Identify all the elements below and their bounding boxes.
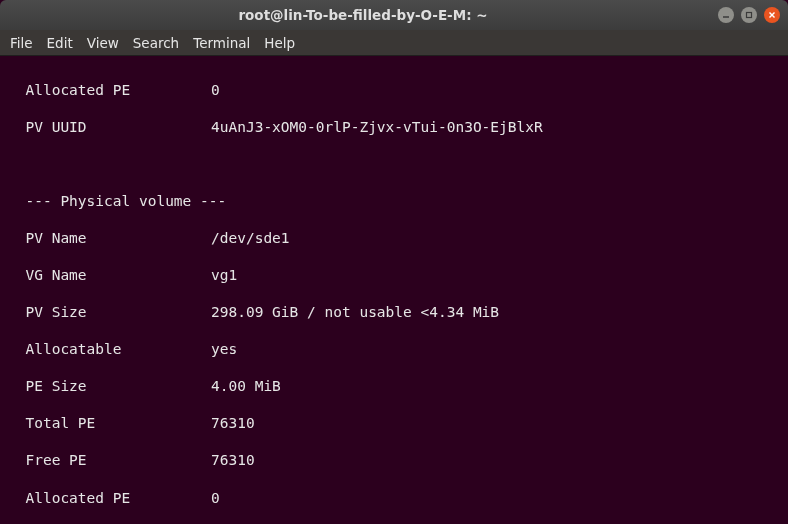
output-line: --- Physical volume --- — [8, 192, 780, 211]
output-line — [8, 155, 780, 174]
output-line: Free PE76310 — [8, 451, 780, 470]
menu-file[interactable]: File — [10, 35, 33, 51]
terminal-viewport[interactable]: Allocated PE0 PV UUID4uAnJ3-xOM0-0rlP-Zj… — [0, 56, 788, 524]
minimize-button[interactable] — [718, 7, 734, 23]
output-line: PE Size4.00 MiB — [8, 377, 780, 396]
window-title: root@lin-To-be-filled-by-O-E-M: ~ — [8, 7, 718, 23]
output-line: Allocated PE0 — [8, 489, 780, 508]
close-button[interactable] — [764, 7, 780, 23]
window-buttons — [718, 7, 780, 23]
output-line: Allocated PE0 — [8, 81, 780, 100]
terminal-window: root@lin-To-be-filled-by-O-E-M: ~ File E… — [0, 0, 788, 524]
titlebar[interactable]: root@lin-To-be-filled-by-O-E-M: ~ — [0, 0, 788, 30]
svg-rect-1 — [747, 13, 752, 18]
menu-search[interactable]: Search — [133, 35, 179, 51]
output-line: Allocatableyes — [8, 340, 780, 359]
menu-terminal[interactable]: Terminal — [193, 35, 250, 51]
output-line: VG Namevg1 — [8, 266, 780, 285]
output-line: PV UUID4uAnJ3-xOM0-0rlP-Zjvx-vTui-0n3O-E… — [8, 118, 780, 137]
output-line: PV Size298.09 GiB / not usable <4.34 MiB — [8, 303, 780, 322]
menu-help[interactable]: Help — [264, 35, 295, 51]
menubar[interactable]: File Edit View Search Terminal Help — [0, 30, 788, 56]
menu-edit[interactable]: Edit — [47, 35, 73, 51]
maximize-button[interactable] — [741, 7, 757, 23]
menu-view[interactable]: View — [87, 35, 119, 51]
output-line: Total PE76310 — [8, 414, 780, 433]
output-line: PV Name/dev/sde1 — [8, 229, 780, 248]
